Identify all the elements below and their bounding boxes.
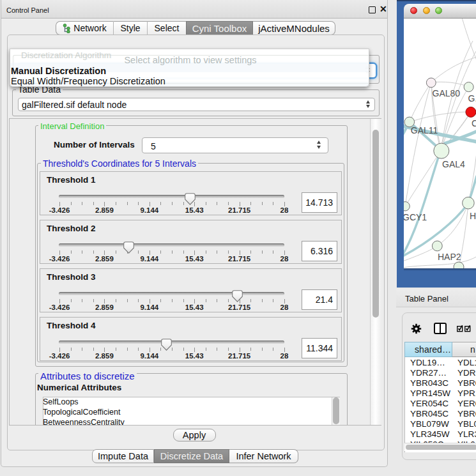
svg-text:GAL80: GAL80 — [433, 88, 461, 98]
svg-text:H: H — [470, 211, 476, 221]
svg-text:GAL4: GAL4 — [442, 159, 465, 169]
svg-text:G.: G. — [468, 93, 476, 104]
svg-text:C: C — [472, 118, 476, 128]
svg-text:GAL11: GAL11 — [411, 125, 438, 135]
svg-text:HAP2: HAP2 — [438, 252, 461, 262]
svg-text:GCY1: GCY1 — [404, 212, 427, 222]
